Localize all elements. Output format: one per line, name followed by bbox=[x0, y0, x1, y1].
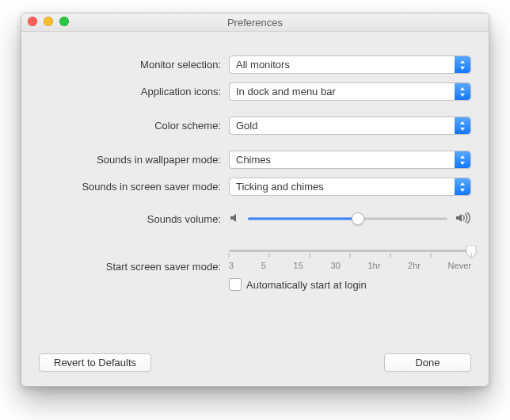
color-scheme-select[interactable]: Gold bbox=[229, 116, 471, 135]
sounds-screensaver-select[interactable]: Ticking and chimes bbox=[229, 178, 471, 196]
slider-tick-label: 3 bbox=[229, 261, 234, 270]
chevron-updown-icon bbox=[455, 83, 470, 100]
slider-tick-label: 30 bbox=[331, 261, 341, 270]
volume-mute-icon bbox=[229, 212, 240, 226]
chevron-updown-icon bbox=[455, 151, 470, 168]
sounds-wallpaper-value: Chimes bbox=[236, 154, 271, 166]
monitor-selection-select[interactable]: All monitors bbox=[229, 55, 471, 74]
color-scheme-label: Color scheme: bbox=[39, 120, 229, 132]
chevron-updown-icon bbox=[455, 117, 470, 134]
color-scheme-value: Gold bbox=[236, 120, 257, 132]
window-title: Preferences bbox=[227, 17, 283, 29]
titlebar[interactable]: Preferences bbox=[21, 13, 489, 32]
done-button[interactable]: Done bbox=[384, 353, 471, 372]
slider-tick-label: 15 bbox=[294, 261, 303, 270]
application-icons-label: Application icons: bbox=[39, 86, 229, 97]
slider-tick-label: 5 bbox=[261, 261, 266, 270]
sounds-wallpaper-select[interactable]: Chimes bbox=[229, 151, 471, 169]
slider-tick-label: Never bbox=[448, 261, 471, 270]
sounds-screensaver-value: Ticking and chimes bbox=[236, 181, 324, 193]
chevron-updown-icon bbox=[455, 178, 470, 195]
autostart-login-checkbox[interactable] bbox=[229, 278, 242, 291]
start-screensaver-slider[interactable]: 3515301hr2hrNever bbox=[229, 242, 471, 270]
close-icon[interactable] bbox=[28, 17, 37, 26]
sounds-volume-label: Sounds volume: bbox=[39, 213, 229, 225]
sounds-screensaver-label: Sounds in screen saver mode: bbox=[39, 181, 229, 193]
sounds-volume-slider[interactable] bbox=[248, 212, 447, 226]
minimize-icon[interactable] bbox=[44, 17, 53, 26]
slider-tick-label: 2hr bbox=[408, 261, 421, 270]
revert-to-defaults-button[interactable]: Revert to Defaults bbox=[39, 353, 151, 372]
sounds-wallpaper-label: Sounds in wallpaper mode: bbox=[39, 154, 229, 166]
start-screensaver-label: Start screen saver mode: bbox=[39, 261, 229, 273]
zoom-icon[interactable] bbox=[59, 17, 69, 26]
volume-loud-icon bbox=[455, 212, 471, 226]
slider-knob[interactable] bbox=[352, 212, 364, 225]
application-icons-select[interactable]: In dock and menu bar bbox=[229, 82, 471, 101]
chevron-updown-icon bbox=[455, 56, 470, 73]
monitor-selection-label: Monitor selection: bbox=[39, 59, 229, 71]
monitor-selection-value: All monitors bbox=[236, 59, 290, 71]
preferences-window: Preferences Monitor selection: All monit… bbox=[21, 13, 489, 387]
application-icons-value: In dock and menu bar bbox=[236, 86, 336, 97]
autostart-login-label: Automatically start at login bbox=[246, 279, 367, 291]
slider-tick-label: 1hr bbox=[367, 261, 380, 270]
